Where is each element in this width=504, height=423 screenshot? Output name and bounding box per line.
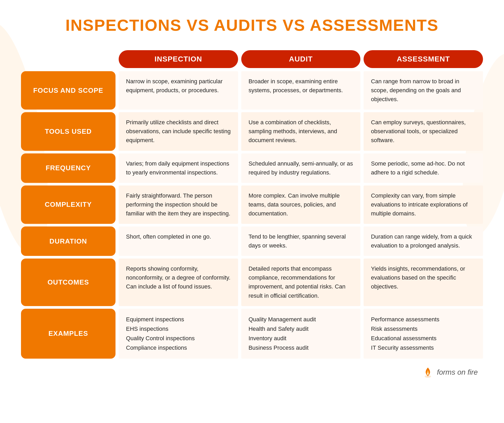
row-cell: Complexity can vary, from simple evaluat… — [364, 185, 483, 224]
row-label-tools-used: TOOLS USED — [21, 112, 116, 151]
row-cell: Broader in scope, examining entire syste… — [241, 71, 361, 110]
row-label-outcomes: OUTCOMES — [21, 259, 116, 306]
page-title: INSPECTIONS VS AUDITS VS ASSESSMENTS — [21, 16, 483, 34]
table-body: FOCUS AND SCOPENarrow in scope, examinin… — [21, 71, 483, 359]
table-row: EXAMPLESEquipment inspectionsEHS inspect… — [21, 309, 483, 359]
table-row: TOOLS USEDPrimarily utilize checklists a… — [21, 112, 483, 151]
table-row: FOCUS AND SCOPENarrow in scope, examinin… — [21, 71, 483, 110]
header-inspection: INSPECTION — [119, 50, 238, 68]
row-cell: Use a combination of checklists, samplin… — [241, 112, 361, 151]
row-cell: Scheduled annually, semi-annually, or as… — [241, 153, 361, 183]
row-cell: Reports showing conformity, nonconformit… — [119, 259, 238, 306]
comparison-table: INSPECTION AUDIT ASSESSMENT FOCUS AND SC… — [21, 50, 483, 359]
row-cell: Duration can range widely, from a quick … — [364, 226, 483, 256]
header-spacer — [21, 50, 116, 68]
row-cell: Yields insights, recommendations, or eva… — [364, 259, 483, 306]
row-cell: Fairly straightforward. The person perfo… — [119, 185, 238, 224]
row-cell: Can employ surveys, questionnaires, obse… — [364, 112, 483, 151]
flame-icon — [422, 367, 434, 378]
row-label-focus-and-scope: FOCUS AND SCOPE — [21, 71, 116, 110]
row-cell: More complex. Can involve multiple teams… — [241, 185, 361, 224]
row-cell: Short, often completed in one go. — [119, 226, 238, 256]
row-label-complexity: COMPLEXITY — [21, 185, 116, 224]
row-cell: Performance assessmentsRisk assessmentsE… — [364, 309, 483, 359]
table-row: FREQUENCYVaries; from daily equipment in… — [21, 153, 483, 183]
brand-footer: forms on fire — [21, 367, 483, 378]
table-row: COMPLEXITYFairly straightforward. The pe… — [21, 185, 483, 224]
row-cell: Narrow in scope, examining particular eq… — [119, 71, 238, 110]
row-cell: Detailed reports that encompass complian… — [241, 259, 361, 306]
table-header: INSPECTION AUDIT ASSESSMENT — [21, 50, 483, 68]
table-row: OUTCOMESReports showing conformity, nonc… — [21, 259, 483, 306]
header-assessment: ASSESSMENT — [364, 50, 483, 68]
row-cell: Equipment inspectionsEHS inspectionsQual… — [119, 309, 238, 359]
row-cell: Tend to be lengthier, spanning several d… — [241, 226, 361, 256]
row-cell: Primarily utilize checklists and direct … — [119, 112, 238, 151]
brand-name: forms on fire — [437, 368, 478, 376]
row-cell: Some periodic, some ad-hoc. Do not adher… — [364, 153, 483, 183]
row-label-frequency: FREQUENCY — [21, 153, 116, 183]
row-cell: Varies; from daily equipment inspections… — [119, 153, 238, 183]
row-label-duration: DURATION — [21, 226, 116, 256]
row-cell: Can range from narrow to broad in scope,… — [364, 71, 483, 110]
header-audit: AUDIT — [241, 50, 361, 68]
table-row: DURATIONShort, often completed in one go… — [21, 226, 483, 256]
row-cell: Quality Management auditHealth and Safet… — [241, 309, 361, 359]
row-label-examples: EXAMPLES — [21, 309, 116, 359]
